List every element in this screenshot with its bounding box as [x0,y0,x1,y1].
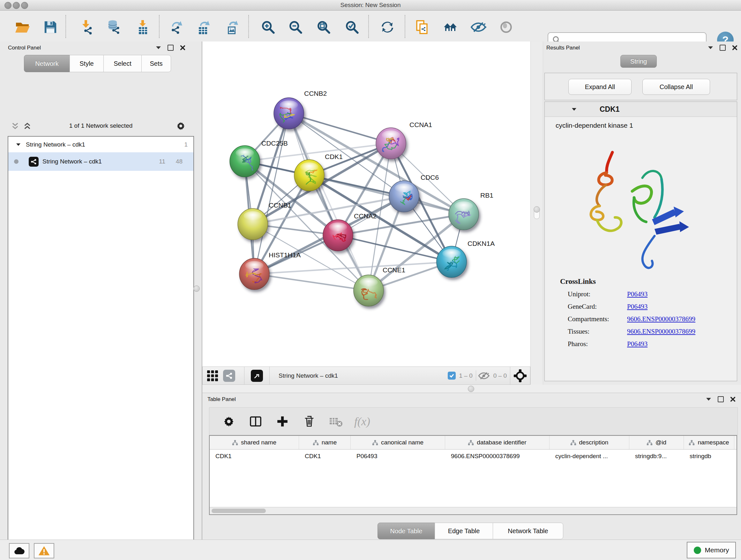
network-canvas[interactable]: CCNB2CCNA1CDC25BCDK1CDC6RB1CCNB1CCNA2CDK… [202,42,530,367]
crosslink-value-link[interactable]: P06493 [627,303,648,311]
export-image-icon[interactable] [223,19,240,36]
selected-checkbox[interactable] [448,372,456,380]
table-cell[interactable]: P06493 [351,449,445,463]
tab-sets[interactable]: Sets [141,55,171,72]
expand-all-button[interactable]: Expand All [568,79,631,95]
tab-network-table[interactable]: Network Table [493,523,563,539]
column-header-description[interactable]: description [549,436,629,449]
table-cell[interactable]: 9606.ENSP00000378699 [445,449,549,463]
string-panel-icon[interactable] [222,368,237,383]
gene-section-header[interactable]: CDK1 [545,102,737,117]
close-panel-icon[interactable] [732,45,738,51]
splitter-handle[interactable] [193,286,200,292]
zoom-in-icon[interactable] [260,19,276,36]
panel-menu-caret-icon[interactable] [706,397,711,401]
node-CDKN1A[interactable] [436,246,467,277]
column-header--id[interactable]: @id [629,436,684,449]
cloud-status-button[interactable] [9,543,29,558]
network-row[interactable]: String Network – cdk1 11 48 [8,152,193,171]
edge[interactable] [254,274,368,291]
collapse-all-button[interactable]: Collapse All [643,79,710,95]
node-CCNB2[interactable] [274,98,304,129]
birdseye-grid-icon[interactable] [205,368,220,383]
column-header-name[interactable]: name [299,436,351,449]
network-graph[interactable]: CCNB2CCNA1CDC25BCDK1CDC6RB1CCNB1CCNA2CDK… [202,42,530,367]
table-cell[interactable]: stringdb [684,449,734,463]
edge[interactable] [338,235,452,262]
refresh-icon[interactable] [379,19,396,36]
node-CDC25B[interactable] [230,145,260,177]
column-header-canonical-name[interactable]: canonical name [351,436,445,449]
float-panel-icon[interactable] [718,396,724,402]
splitter-handle[interactable] [534,206,540,212]
network-collection-row[interactable]: String Network – cdk1 1 [8,137,193,152]
scrollbar-thumb[interactable] [212,509,266,513]
crosslink-value-link[interactable]: P06493 [627,290,648,298]
import-network-from-database-icon[interactable] [105,19,122,36]
gene-disclosure-icon[interactable] [571,108,577,111]
clone-network-icon[interactable] [414,19,430,36]
tab-select[interactable]: Select [104,55,142,72]
table-cell[interactable]: cyclin-dependent ... [549,449,629,463]
node-CCNE1[interactable] [354,275,384,306]
network-options-gear-icon[interactable] [176,121,185,131]
column-header-database-identifier[interactable]: database identifier [445,436,549,449]
crosslink-value-link[interactable]: 9606.ENSP00000378699 [627,315,695,323]
graphics-details-eye-icon[interactable] [498,19,515,36]
table-options-gear-icon[interactable] [221,414,236,429]
export-network-icon[interactable] [167,19,184,36]
import-table-icon[interactable] [134,19,151,36]
table-cell[interactable]: CDK1 [210,449,299,463]
crosslink-value-link[interactable]: P06493 [627,340,648,348]
memory-button[interactable]: Memory [687,542,736,558]
close-panel-icon[interactable] [180,45,185,51]
table-cell[interactable]: stringdb:9... [629,449,684,463]
collapse-all-chevron-icon[interactable] [11,122,19,130]
splitter-handle[interactable] [468,386,474,392]
panel-menu-caret-icon[interactable] [708,46,713,50]
open-session-icon[interactable] [14,19,30,36]
table-cell[interactable]: CDK1 [299,449,351,463]
crosslink-value-link[interactable]: 9606.ENSP00000378699 [627,327,695,335]
collection-disclosure-icon[interactable] [16,143,21,146]
close-panel-icon[interactable] [730,396,736,402]
show-columns-icon[interactable] [248,414,263,429]
node-HIST1H1A[interactable] [239,258,269,290]
zoom-selected-icon[interactable] [344,19,360,36]
tab-string[interactable]: String [620,55,657,68]
float-panel-icon[interactable] [720,45,726,51]
home-icon[interactable] [442,19,459,36]
panel-menu-caret-icon[interactable] [156,46,161,50]
delete-column-icon[interactable] [302,414,317,429]
zoom-fit-icon[interactable] [315,19,332,36]
zoom-out-icon[interactable] [287,19,304,36]
horizontal-scrollbar[interactable] [210,507,737,514]
node-label: CDC6 [421,174,439,181]
fit-selected-crosshair-icon[interactable] [513,368,528,383]
node-RB1[interactable] [449,199,479,230]
horizontal-splitter[interactable] [202,385,741,393]
add-column-icon[interactable] [275,414,290,429]
tab-network[interactable]: Network [24,55,70,72]
expand-all-chevron-icon[interactable] [23,122,31,130]
hide-selected-eye-icon[interactable] [470,19,487,36]
export-table-icon[interactable] [195,19,212,36]
column-header-shared-name[interactable]: shared name [210,436,299,449]
node-CDK1[interactable] [294,160,324,191]
tab-style[interactable]: Style [70,55,104,72]
node-CCNA1[interactable] [376,128,406,159]
edge[interactable] [289,113,391,143]
save-session-icon[interactable] [42,19,59,36]
edge[interactable] [309,175,464,214]
node-CCNB1[interactable] [238,208,268,240]
node-CDC6[interactable] [389,181,419,212]
import-network-icon[interactable] [78,19,95,36]
open-in-window-icon[interactable] [250,368,264,383]
tab-node-table[interactable]: Node Table [378,523,435,539]
float-panel-icon[interactable] [167,45,174,51]
node-CCNA2[interactable] [323,220,353,251]
warning-button[interactable] [34,543,54,558]
node-table[interactable]: shared namenamecanonical namedatabase id… [209,435,737,515]
column-header-namespace[interactable]: namespace [684,436,734,449]
tab-edge-table[interactable]: Edge Table [434,523,493,539]
